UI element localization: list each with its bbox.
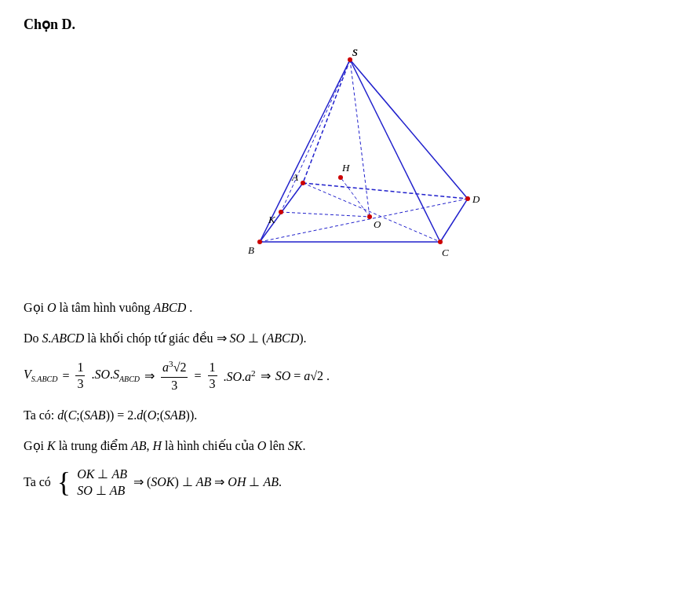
label-D: D — [472, 193, 480, 205]
brace-lines: OK ⊥ AB SO ⊥ AB — [77, 466, 127, 498]
paragraph-1: Gọi O là tâm hình vuông ABCD . — [24, 297, 676, 318]
label-A: A — [291, 171, 298, 183]
brace-line-1: OK ⊥ AB — [77, 466, 127, 481]
page-title: Chọn D. — [24, 16, 676, 33]
geometry-diagram: S S B C D A O K H — [217, 46, 483, 281]
svg-point-16 — [438, 240, 443, 244]
formula-line: VS.ABCD = 1 3 .SO.SABCD ⇒ a3√2 3 = 1 3 .… — [24, 358, 676, 393]
brace-block: Ta có { OK ⊥ AB SO ⊥ AB ⇒ (SOK) ⊥ AB ⇒ O… — [24, 466, 676, 498]
svg-point-15 — [257, 240, 262, 244]
svg-line-13 — [281, 212, 370, 217]
ta-co-label: Ta có — [24, 475, 51, 489]
brace-result: ⇒ (SOK) ⊥ AB ⇒ OH ⊥ AB. — [133, 474, 282, 489]
svg-line-1 — [440, 199, 468, 242]
svg-line-11 — [281, 60, 350, 212]
label-B: B — [248, 244, 254, 256]
svg-point-20 — [279, 210, 283, 214]
svg-line-10 — [350, 60, 370, 217]
svg-point-21 — [338, 175, 343, 180]
svg-text:S: S — [352, 46, 358, 58]
label-C: C — [442, 247, 449, 258]
svg-point-18 — [301, 181, 305, 185]
label-O: O — [374, 218, 381, 230]
svg-line-8 — [303, 183, 440, 242]
svg-point-17 — [465, 196, 470, 201]
paragraph-4: Ta có: d(C;(SAB)) = 2.d(O;(SAB)). — [24, 404, 676, 426]
brace-symbol: { — [57, 468, 71, 496]
brace-line-2: SO ⊥ AB — [77, 483, 127, 498]
svg-point-19 — [367, 214, 372, 219]
svg-line-3 — [303, 183, 468, 199]
diagram-container: S S B C D A O K H — [24, 46, 676, 281]
paragraph-2: Do S.ABCD là khối chóp tứ giác đều ⇒ SO … — [24, 327, 676, 349]
label-H: H — [341, 162, 350, 174]
page-container: Chọn D. — [24, 16, 676, 498]
svg-line-12 — [341, 177, 370, 217]
paragraph-5: Gọi K là trung điểm AB, H là hình chiếu … — [24, 435, 676, 456]
label-K: K — [268, 214, 276, 225]
